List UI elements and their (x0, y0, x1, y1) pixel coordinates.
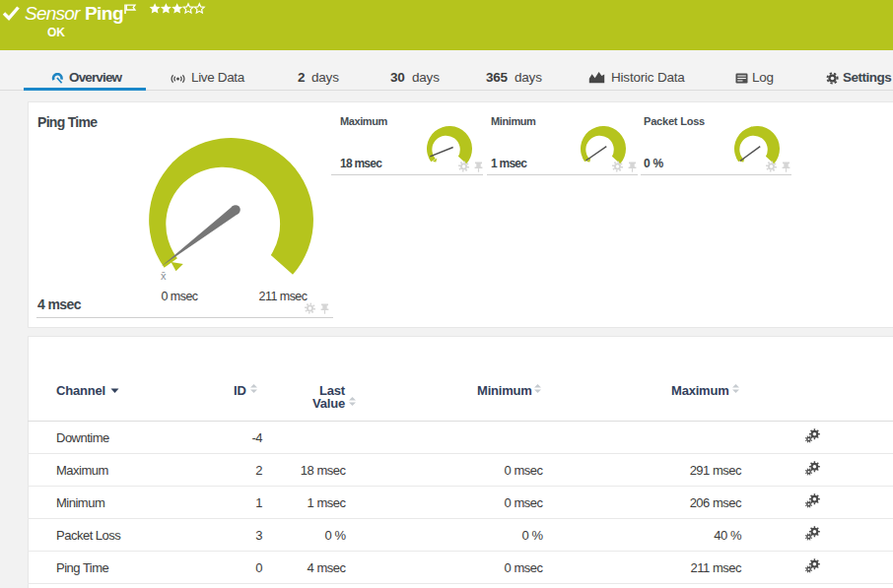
svg-text:x̄: x̄ (161, 270, 167, 282)
